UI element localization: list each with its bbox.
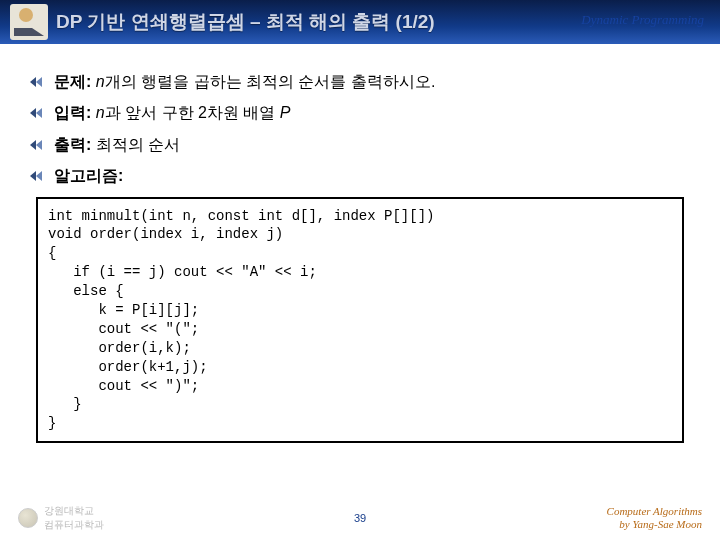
bullet-algorithm: 알고리즘: xyxy=(28,165,692,187)
bullet-icon xyxy=(28,169,46,183)
label: 입력: xyxy=(54,104,91,121)
title-bar: DP 기반 연쇄행렬곱셈 – 최적 해의 출력 (1/2) Dynamic Pr… xyxy=(0,0,720,44)
bullet-input: 입력: n과 앞서 구한 2차원 배열 P xyxy=(28,102,692,124)
slide-body: 문제: n개의 행렬을 곱하는 최적의 순서를 출력하시오. 입력: n과 앞서… xyxy=(0,44,720,443)
footer-credit: Computer Algorithms by Yang-Sae Moon xyxy=(607,505,702,530)
svg-marker-0 xyxy=(30,77,36,87)
svg-marker-1 xyxy=(36,77,42,87)
bullet-problem: 문제: n개의 행렬을 곱하는 최적의 순서를 출력하시오. xyxy=(28,71,692,93)
label: 문제: xyxy=(54,73,91,90)
bullet-icon xyxy=(28,138,46,152)
var-n: n xyxy=(96,73,105,90)
var-P: P xyxy=(280,104,291,121)
credit-line1: Computer Algorithms xyxy=(607,505,702,518)
svg-marker-6 xyxy=(30,171,36,181)
footer: 강원대학교 컴퓨터과학과 39 Computer Algorithms by Y… xyxy=(0,504,720,532)
page-number: 39 xyxy=(354,512,366,524)
text: 과 앞서 구한 2차원 배열 xyxy=(105,104,280,121)
svg-marker-7 xyxy=(36,171,42,181)
label: 출력: xyxy=(54,136,91,153)
svg-marker-3 xyxy=(36,108,42,118)
bullet-icon xyxy=(28,106,46,120)
svg-marker-4 xyxy=(30,140,36,150)
label: 알고리즘: xyxy=(54,167,123,184)
slide-title: DP 기반 연쇄행렬곱셈 – 최적 해의 출력 (1/2) xyxy=(56,9,435,35)
bullet-icon xyxy=(28,75,46,89)
code-block: int minmult(int n, const int d[], index … xyxy=(36,197,684,444)
bullet-output: 출력: 최적의 순서 xyxy=(28,134,692,156)
var-n: n xyxy=(96,104,105,121)
text: 최적의 순서 xyxy=(91,136,180,153)
text: 개의 행렬을 곱하는 최적의 순서를 출력하시오. xyxy=(105,73,436,90)
person-icon xyxy=(10,4,48,40)
logo-text: 강원대학교 컴퓨터과학과 xyxy=(44,504,104,532)
footer-logo: 강원대학교 컴퓨터과학과 xyxy=(18,504,104,532)
credit-line2: by Yang-Sae Moon xyxy=(607,518,702,531)
svg-marker-2 xyxy=(30,108,36,118)
subject-label: Dynamic Programming xyxy=(581,12,704,28)
svg-marker-5 xyxy=(36,140,42,150)
university-seal-icon xyxy=(18,508,38,528)
